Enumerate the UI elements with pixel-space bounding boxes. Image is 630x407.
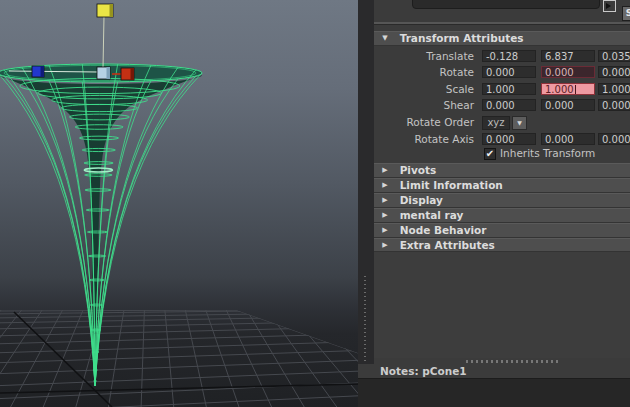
scale-x-field[interactable]: 1.000 bbox=[482, 83, 536, 95]
rotate-order-label: Rotate Order bbox=[374, 116, 474, 129]
inherits-transform-label: Inherits Transform bbox=[500, 147, 595, 160]
translate-z-field[interactable]: 0.035 bbox=[598, 50, 630, 62]
section-limit-information[interactable]: ▶ Limit Information bbox=[374, 178, 630, 193]
rotate-row: Rotate 0.000 0.000 0.000 bbox=[374, 66, 630, 79]
scale-handle-center[interactable] bbox=[97, 67, 110, 79]
shear-y-field[interactable]: 0.000 bbox=[541, 99, 595, 111]
maya-window: S ▼ Transform Attributes Translate -0.12… bbox=[0, 0, 630, 407]
notes-resize-grip[interactable] bbox=[466, 360, 558, 363]
section-mental-ray[interactable]: ▶ mental ray bbox=[374, 208, 630, 223]
translate-label: Translate bbox=[374, 50, 474, 63]
section-title: Limit Information bbox=[400, 179, 503, 191]
rotate-label: Rotate bbox=[374, 66, 474, 79]
rotate-z-field[interactable]: 0.000 bbox=[598, 66, 630, 78]
show-button-partial[interactable]: S bbox=[622, 6, 630, 21]
rotate-axis-label: Rotate Axis bbox=[374, 133, 474, 146]
dropdown-arrow-icon[interactable]: ▼ bbox=[512, 116, 527, 130]
translate-y-field[interactable]: 6.837 bbox=[541, 50, 595, 62]
scale-handle-x[interactable] bbox=[121, 68, 134, 80]
notes-bar: Notes: pCone1 bbox=[358, 364, 630, 378]
section-title: mental ray bbox=[400, 209, 464, 221]
section-node-behavior[interactable]: ▶ Node Behavior bbox=[374, 223, 630, 238]
inherits-transform-row: ✔ Inherits Transform bbox=[374, 147, 630, 159]
rotate-order-row: Rotate Order xyz ▼ bbox=[374, 116, 630, 129]
section-display[interactable]: ▶ Display bbox=[374, 193, 630, 208]
scale-row: Scale 1.000 1.000 1.000 bbox=[374, 83, 630, 96]
rotate-order-select[interactable]: xyz bbox=[482, 116, 510, 130]
section-pivots[interactable]: ▶ Pivots bbox=[374, 163, 630, 178]
inherits-transform-checkbox[interactable]: ✔ bbox=[484, 148, 496, 160]
notes-label: Notes: pCone1 bbox=[380, 365, 467, 377]
scale-label: Scale bbox=[374, 83, 474, 96]
expand-arrow-icon: ▶ bbox=[374, 209, 396, 222]
rotate-axis-row: Rotate Axis 0.000 0.000 0.000 bbox=[374, 133, 630, 146]
section-transform-attributes[interactable]: ▼ Transform Attributes bbox=[374, 31, 630, 46]
collapse-arrow-icon: ▼ bbox=[374, 32, 396, 45]
section-title: Transform Attributes bbox=[400, 32, 524, 44]
section-title: Extra Attributes bbox=[400, 239, 495, 251]
scale-handle-z[interactable] bbox=[32, 66, 44, 77]
expand-arrow-icon: ▶ bbox=[374, 224, 396, 237]
viewport-scene bbox=[0, 0, 358, 407]
scale-z-field[interactable]: 1.000 bbox=[598, 83, 630, 95]
rotate-y-field[interactable]: 0.000 bbox=[541, 66, 595, 78]
scale-handle-y[interactable] bbox=[97, 4, 113, 17]
shear-z-field[interactable]: 0.000 bbox=[598, 99, 630, 111]
attribute-editor-panel: S ▼ Transform Attributes Translate -0.12… bbox=[374, 0, 630, 407]
section-title: Display bbox=[400, 194, 443, 206]
panel-separator bbox=[374, 22, 630, 25]
translate-row: Translate -0.128 6.837 0.035 bbox=[374, 50, 630, 63]
attribute-editor-body bbox=[374, 251, 630, 358]
attribute-name-field[interactable] bbox=[412, 0, 600, 9]
shear-x-field[interactable]: 0.000 bbox=[482, 99, 536, 111]
expand-arrow-icon: ▶ bbox=[374, 179, 396, 192]
text-cursor bbox=[575, 85, 576, 94]
expand-arrow-icon: ▶ bbox=[374, 164, 396, 177]
copy-tab-icon[interactable] bbox=[603, 0, 616, 12]
expand-arrow-icon: ▶ bbox=[374, 194, 396, 207]
rotate-x-field[interactable]: 0.000 bbox=[482, 66, 536, 78]
rotate-axis-z-field[interactable]: 0.000 bbox=[598, 133, 630, 145]
shear-row: Shear 0.000 0.000 0.000 bbox=[374, 99, 630, 112]
rotate-axis-y-field[interactable]: 0.000 bbox=[541, 133, 595, 145]
notes-textarea[interactable] bbox=[358, 378, 630, 407]
3d-viewport[interactable] bbox=[0, 0, 358, 407]
section-title: Pivots bbox=[400, 164, 437, 176]
rotate-axis-x-field[interactable]: 0.000 bbox=[482, 133, 536, 145]
section-title: Node Behavior bbox=[400, 224, 487, 236]
scale-y-field[interactable]: 1.000 bbox=[541, 83, 595, 95]
shear-label: Shear bbox=[374, 99, 474, 112]
translate-x-field[interactable]: -0.128 bbox=[482, 50, 536, 62]
panel-divider[interactable] bbox=[358, 0, 374, 407]
